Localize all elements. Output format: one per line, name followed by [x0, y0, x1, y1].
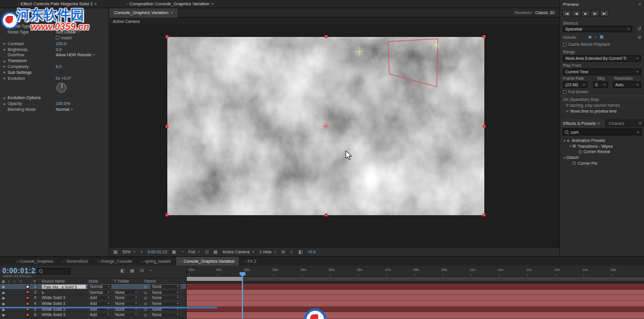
- layer-row[interactable]: ◉1Pale Ma...a Solid 5Normal▼◎None▼: [0, 284, 186, 290]
- resolution-dropdown[interactable]: Full ▼: [188, 250, 200, 254]
- work-area-bar[interactable]: [187, 277, 644, 281]
- layer-handle-mid-left[interactable]: [166, 125, 168, 128]
- parent-pickwhip-icon[interactable]: ◎: [144, 296, 147, 300]
- channels-icon[interactable]: ◔: [181, 249, 184, 254]
- property-value[interactable]: 0x +0.0°: [56, 76, 72, 81]
- parent-pickwhip-icon[interactable]: ◎: [144, 301, 147, 306]
- camera-dropdown[interactable]: Active Camera ▼: [222, 250, 254, 254]
- preset-tree-item[interactable]: ▼Distort: [560, 155, 644, 161]
- layer-row[interactable]: ◉2yNormal▼None▼◎None▼: [0, 290, 186, 296]
- layer-handle-bottom-center[interactable]: [325, 213, 328, 216]
- property-value[interactable]: 100.0: [56, 41, 66, 46]
- comp-tab-screenshot[interactable]: ▪ScreenShot: [59, 257, 93, 266]
- audio-column-icon[interactable]: ♪: [8, 279, 9, 283]
- panel-menu-icon[interactable]: ≡: [598, 121, 602, 126]
- lock-column-icon[interactable]: □: [19, 279, 22, 283]
- video-column-eye-icon[interactable]: ◉: [2, 279, 5, 284]
- play-from-dropdown[interactable]: Current Time ▼: [563, 69, 641, 75]
- effect-controls-panel-tab[interactable]: ▪ Effect Controls Pale Magenta Solid 2 ≡: [18, 1, 97, 6]
- layer-color-swatch[interactable]: [26, 302, 29, 306]
- eye-icon[interactable]: ◉: [2, 296, 5, 300]
- grid-options-icon[interactable]: ▦: [113, 249, 118, 254]
- layer-row[interactable]: ◉3White Solid 3Add▼None▼◎None▼: [0, 295, 186, 301]
- checkbox[interactable]: [563, 90, 567, 94]
- number-column-header[interactable]: #: [33, 279, 36, 283]
- layer-handle-top-left[interactable]: [166, 35, 168, 38]
- close-icon[interactable]: ×: [171, 11, 173, 15]
- property-value[interactable]: Normal: [56, 107, 69, 112]
- hide-shy-layers-icon[interactable]: ⊟: [140, 268, 144, 273]
- active-composition-tab[interactable]: Console_Graphics Variation ×: [109, 8, 178, 18]
- composition-viewer[interactable]: Active Camera: [109, 18, 559, 247]
- layer-handle-bottom-left[interactable]: [166, 213, 168, 216]
- pixel-aspect-icon[interactable]: ⊞: [281, 249, 285, 254]
- layer-color-swatch[interactable]: [26, 285, 29, 289]
- layer-handle-top-center[interactable]: [325, 35, 328, 38]
- effect-property-row[interactable]: ▶Evolution0x +0.0°: [0, 75, 109, 81]
- comp-tab-console-graphics-variation[interactable]: ▪Console_Graphics Variation: [176, 257, 240, 266]
- frame-blend-icon[interactable]: ◔: [149, 268, 152, 273]
- effect-property-row[interactable]: Invert: [0, 35, 109, 41]
- layer-trkmat-dropdown[interactable]: None▼: [113, 290, 139, 294]
- layer-trkmat-dropdown[interactable]: None▼: [113, 313, 139, 317]
- include-overlays-icon[interactable]: ▦: [600, 35, 604, 39]
- property-value[interactable]: Allow HDR Results: [56, 52, 92, 57]
- character-panel-tab[interactable]: Charact: [606, 119, 628, 127]
- effect-property-row[interactable]: ▶Opacity100.0%: [0, 101, 109, 107]
- mode-column-header[interactable]: Mode: [89, 279, 98, 283]
- comp-tab-spring-loaded[interactable]: ▪spring_loaded: [137, 257, 176, 266]
- current-timecode[interactable]: 0:00:01:23: [2, 267, 40, 275]
- include-video-eye-icon[interactable]: ◉: [588, 35, 592, 39]
- panel-menu-icon[interactable]: ≡: [95, 1, 97, 6]
- panel-menu-icon[interactable]: ≡: [639, 121, 644, 126]
- twirl-icon[interactable]: ▶: [4, 47, 8, 51]
- twirl-icon[interactable]: ▼: [562, 139, 567, 142]
- effect-property-row[interactable]: Fractal TypeBasic▼: [0, 23, 109, 29]
- twirl-icon[interactable]: ▶: [4, 102, 8, 106]
- layer-name[interactable]: White Solid 3: [42, 313, 86, 317]
- property-value[interactable]: 6.0: [56, 64, 62, 69]
- mini-flowchart-icon[interactable]: ◧: [298, 249, 303, 254]
- layer-handle-mid-right[interactable]: [483, 125, 485, 128]
- range-dropdown[interactable]: Work Area Extended By Current Ti ▼: [563, 55, 641, 62]
- clear-search-icon[interactable]: ×: [637, 130, 639, 134]
- layer-color-swatch[interactable]: [26, 290, 29, 294]
- effects-search-box[interactable]: ×: [562, 128, 642, 135]
- last-frame-button[interactable]: ▶|: [600, 10, 609, 16]
- renderer-control[interactable]: Renderer: Classic 3D: [514, 11, 559, 15]
- layer-mode-dropdown[interactable]: Add▼: [88, 313, 112, 317]
- effect-property-row[interactable]: Blending ModeNormal▼: [0, 107, 109, 113]
- property-value[interactable]: 100.0%: [56, 101, 70, 106]
- eye-icon[interactable]: ◉: [2, 313, 5, 317]
- region-of-interest-icon[interactable]: ⊡: [205, 249, 209, 254]
- property-value[interactable]: 0.0: [56, 47, 62, 52]
- draft-3d-icon[interactable]: ▦: [130, 268, 135, 273]
- layer-name[interactable]: y: [42, 290, 86, 294]
- layer-color-swatch[interactable]: [26, 313, 29, 317]
- layer-parent-dropdown[interactable]: None▼: [150, 313, 181, 317]
- twirl-icon[interactable]: ▶: [4, 42, 8, 45]
- current-time-indicator[interactable]: [242, 277, 243, 319]
- twirl-icon[interactable]: ▶: [4, 96, 8, 100]
- preset-tree-item[interactable]: ◫Corner Pin: [560, 160, 644, 166]
- composition-panel-tab[interactable]: ▪ Composition Console_Graphics Variation…: [126, 1, 214, 6]
- timeline-layer-bar[interactable]: [187, 284, 644, 290]
- layer-mode-dropdown[interactable]: Normal▼: [88, 284, 112, 289]
- effect-property-row[interactable]: ▶Contrast100.0: [0, 40, 109, 46]
- layer-trkmat-dropdown[interactable]: None▼: [113, 296, 139, 300]
- effect-property-row[interactable]: ▶Evolution Options: [0, 95, 109, 101]
- property-value[interactable]: Basic: [56, 23, 66, 29]
- turbulent-noise-layer[interactable]: [167, 37, 484, 215]
- parent-pickwhip-icon[interactable]: ◎: [144, 290, 147, 295]
- resolution-preview-dropdown[interactable]: Auto ▼: [613, 82, 641, 88]
- stop-option-cached-frames[interactable]: If caching, play cached frames: [566, 103, 620, 107]
- layer-controls-icon[interactable]: ⊞: [638, 35, 641, 40]
- layer-handle-top-right[interactable]: [483, 35, 485, 38]
- preset-tree-item[interactable]: ▼∗Animation Presets: [560, 138, 644, 144]
- evolution-dial[interactable]: [56, 83, 66, 93]
- comp-tab-console-graphics[interactable]: ▪Console_Graphics: [12, 257, 59, 266]
- layer-mode-dropdown[interactable]: Normal▼: [88, 290, 112, 294]
- time-ruler[interactable]: :00s01s02s03s04s05s06s07s08s09s10s11s12s…: [187, 266, 644, 277]
- exposure-value[interactable]: +0.0: [308, 250, 316, 254]
- property-value[interactable]: Soft Linear: [56, 29, 76, 35]
